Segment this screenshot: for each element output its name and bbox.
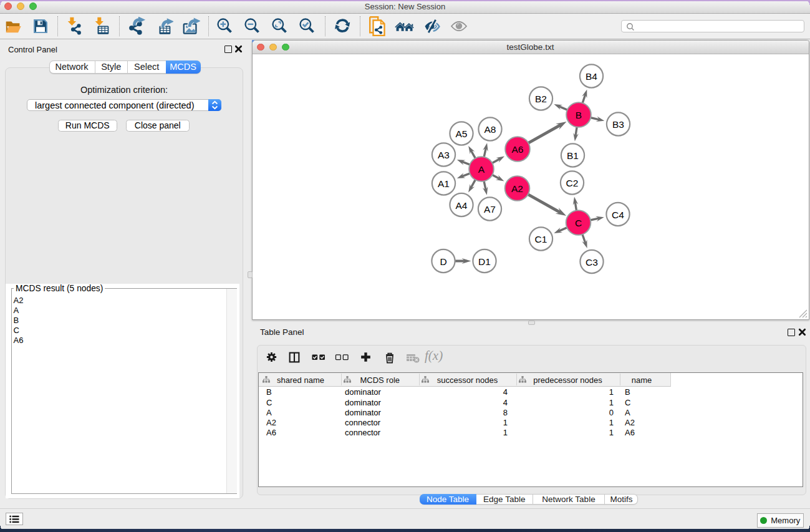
svg-text:B1: B1 <box>567 150 579 161</box>
svg-text:A4: A4 <box>455 200 467 210</box>
svg-text:A3: A3 <box>438 150 450 160</box>
svg-text:A7: A7 <box>484 204 496 215</box>
svg-text:C2: C2 <box>566 178 578 188</box>
svg-text:A6: A6 <box>511 144 523 155</box>
svg-text:A: A <box>478 164 485 175</box>
svg-text:B4: B4 <box>586 71 597 82</box>
svg-text:D: D <box>440 256 446 266</box>
svg-text:A8: A8 <box>484 124 496 135</box>
svg-text:C: C <box>574 218 581 228</box>
svg-text:C1: C1 <box>534 234 547 244</box>
svg-text:A5: A5 <box>455 128 467 139</box>
svg-text:B: B <box>575 110 581 120</box>
svg-text:C4: C4 <box>612 209 624 220</box>
svg-text:B2: B2 <box>535 94 547 104</box>
svg-text:B3: B3 <box>612 119 624 130</box>
svg-text:D1: D1 <box>478 256 491 266</box>
svg-text:C3: C3 <box>586 256 598 267</box>
svg-text:f(x): f(x) <box>425 350 443 363</box>
svg-text:A2: A2 <box>511 183 523 194</box>
svg-text:A1: A1 <box>438 178 450 189</box>
